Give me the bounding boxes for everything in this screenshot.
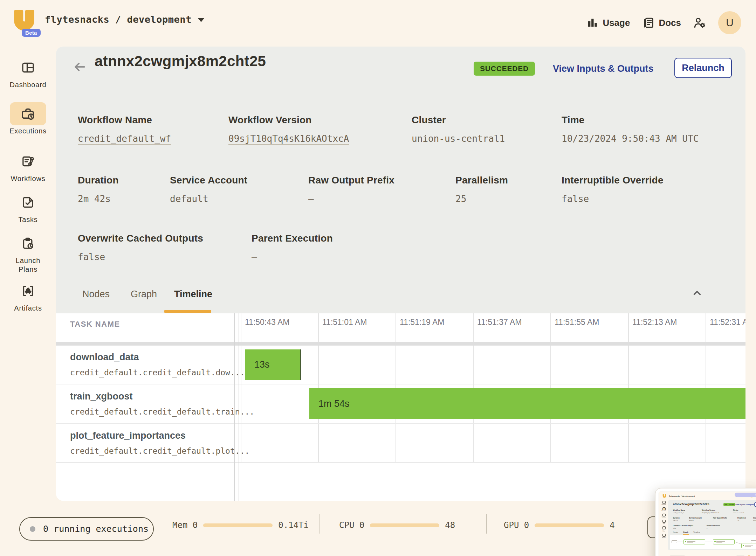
sidebar-item-artifacts[interactable]: Artifacts [0, 279, 56, 313]
workflow-name-link[interactable]: credit_default_wf [78, 133, 171, 144]
sidebar-item-launch-plans[interactable]: Launch Plans [0, 232, 56, 274]
user-gear-icon [693, 16, 706, 29]
pip-tab-timeline: Timeline [693, 531, 700, 533]
divider [486, 514, 487, 534]
docs-button[interactable]: Docs [642, 16, 681, 29]
cpu-max: 48 [445, 520, 455, 530]
sidebar-item-executions[interactable]: Executions [0, 102, 56, 135]
chevron-up-icon [691, 287, 703, 299]
topbar-actions: Usage Docs U [586, 11, 741, 34]
memory-meter: Mem 0 0.14Ti [172, 520, 309, 530]
pip-screenshot: flytesnacks / development Usage Docs U D… [659, 492, 756, 556]
pip-tab-graph: Graph [683, 531, 688, 533]
time-tick: 11:50:43 AM [245, 318, 289, 327]
pip-main-panel: atnnx2cwgmjx8m2cht25 SUCCEEDED View Inpu… [668, 500, 756, 550]
arrow-left-icon [72, 59, 88, 75]
running-executions-button[interactable]: 0 running executions [19, 517, 154, 541]
memory-label: Mem 0 [172, 520, 198, 530]
row-separator [56, 384, 745, 384]
executions-icon [21, 106, 35, 121]
sidebar-item-dashboard[interactable]: Dashboard [0, 56, 56, 89]
tab-timeline[interactable]: Timeline [174, 289, 212, 300]
field-value: – [308, 194, 394, 204]
task-row-name[interactable]: download_data [70, 352, 139, 363]
cpu-gauge [370, 523, 439, 527]
gantt-bar-download-data[interactable]: 13s [245, 349, 301, 380]
cpu-meter: CPU 0 48 [339, 520, 455, 530]
pip-session-chip [735, 493, 756, 497]
sidebar-item-label: Dashboard [0, 81, 56, 89]
pip-preview-window[interactable]: flytesnacks / development Usage Docs U D… [655, 488, 756, 556]
gpu-meter: GPU 0 4 [504, 520, 615, 530]
pip-active-tab-indicator [683, 534, 689, 535]
relaunch-label: Relaunch [682, 63, 724, 74]
usage-label: Usage [603, 18, 630, 28]
field-label: Interruptible Override [562, 175, 664, 186]
workflow-version-link[interactable]: 09sjT10qTq4sK16kAOtxcA [228, 133, 349, 144]
tab-graph[interactable]: Graph [131, 289, 157, 300]
sidebar-item-label: Tasks [0, 215, 56, 224]
task-row-name[interactable]: plot_feature_importances [70, 430, 186, 441]
time-tick: 11:51:19 AM [400, 318, 444, 327]
pip-sidebar: Dashboard Executions Workflows Tasks Lau… [660, 501, 668, 540]
workflows-icon [21, 154, 35, 168]
dashboard-icon [21, 61, 35, 75]
gpu-gauge [535, 523, 604, 527]
field-label: Parent Execution [252, 233, 333, 244]
pip-title: atnnx2cwgmjx8m2cht25 [673, 502, 709, 506]
tasks-icon [21, 195, 35, 209]
execution-id-title: atnnx2cwgmjx8m2cht25 [95, 53, 266, 70]
avatar-initial: U [726, 17, 734, 29]
sidebar-item-label: Launch Plans [9, 256, 47, 274]
field-raw-output-prefix: Raw Output Prefix – [308, 175, 394, 204]
breadcrumb-label: flytesnacks / development [45, 14, 192, 25]
sidebar-item-workflows[interactable]: Workflows [0, 150, 56, 183]
running-executions-label: 0 running executions [43, 524, 149, 534]
docs-label: Docs [659, 18, 681, 28]
task-row-path: credit_default.credit_default.dow... [70, 368, 245, 377]
active-tab-indicator [164, 310, 211, 313]
field-time: Time 10/23/2024 9:50:43 AM UTC [562, 114, 699, 144]
launch-plans-icon [21, 236, 35, 250]
project-domain-selector[interactable]: flytesnacks / development [45, 14, 204, 25]
usage-button[interactable]: Usage [586, 17, 630, 29]
pip-status-badge: SUCCEEDED [723, 503, 735, 506]
time-tick: 11:52:13 AM [632, 318, 677, 327]
tab-nodes[interactable]: Nodes [82, 289, 110, 300]
column-splitter-handle[interactable] [234, 313, 235, 501]
gantt-bar-train-xgboost[interactable]: 1m 54s [309, 388, 745, 419]
sidebar-item-tasks[interactable]: Tasks [0, 191, 56, 224]
gpu-max: 4 [610, 520, 614, 530]
user-settings-button[interactable] [693, 16, 706, 29]
field-label: Time [562, 114, 699, 126]
column-splitter-handle[interactable] [239, 313, 239, 501]
pip-breadcrumb: flytesnacks / development [669, 495, 695, 497]
union-logo[interactable]: Beta [13, 8, 36, 35]
grid-line [550, 313, 551, 462]
field-label: Workflow Name [78, 114, 171, 126]
time-tick: 11:51:55 AM [555, 318, 599, 327]
execution-detail-panel: atnnx2cwgmjx8m2cht25 SUCCEEDED View Inpu… [56, 47, 745, 501]
sidebar-item-label: Executions [0, 127, 56, 135]
cluster-status-bar: 0 running executions Mem 0 0.14Ti CPU 0 … [0, 511, 756, 556]
timeline-view: TASK NAME 11:50:43 AM 11:51:01 AM 11:51:… [56, 313, 745, 501]
row-separator [56, 462, 745, 463]
user-avatar[interactable]: U [718, 11, 741, 34]
field-value: 2m 42s [78, 194, 119, 204]
task-row-path: credit_default.credit_default.plot... [70, 446, 249, 456]
artifacts-icon [21, 284, 35, 298]
field-parallelism: Parallelism 25 [455, 175, 508, 204]
cpu-label: CPU 0 [339, 520, 364, 530]
back-button[interactable] [72, 59, 88, 75]
pip-view-io: View Inputs & Outputs [735, 503, 754, 506]
field-workflow-version: Workflow Version 09sjT10qTq4sK16kAOtxcA [228, 114, 349, 144]
grid-line [628, 313, 629, 462]
field-value: – [252, 252, 333, 262]
collapse-panel-button[interactable] [691, 287, 703, 299]
bar-duration-label: 13s [254, 359, 270, 370]
relaunch-button[interactable]: Relaunch [674, 58, 732, 78]
field-value: false [562, 194, 664, 204]
task-row-name[interactable]: train_xgboost [70, 391, 133, 402]
app-window: Beta flytesnacks / development Usage [0, 0, 756, 556]
view-inputs-outputs-link[interactable]: View Inputs & Outputs [553, 63, 654, 74]
